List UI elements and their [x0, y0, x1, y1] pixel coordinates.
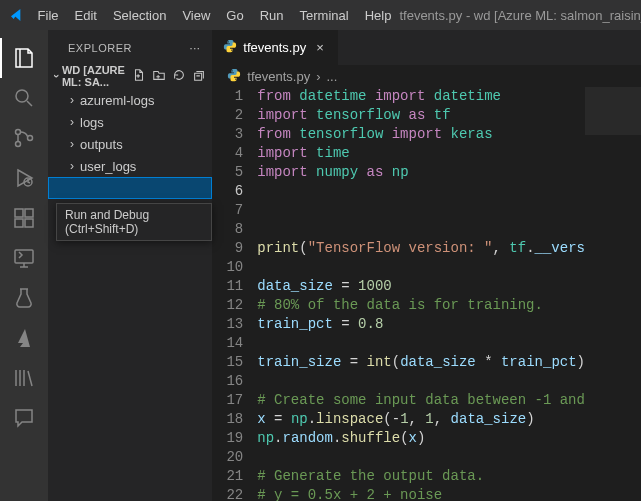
python-file-icon — [223, 39, 237, 56]
minimap[interactable] — [585, 87, 641, 501]
explorer-icon[interactable] — [0, 38, 48, 78]
sidebar-more-icon[interactable]: ··· — [190, 42, 201, 54]
line-number: 1 — [213, 87, 243, 106]
azure-icon[interactable] — [0, 318, 48, 358]
window-title: tfevents.py - wd [Azure ML: salmon_raisi… — [399, 8, 641, 23]
new-folder-icon[interactable] — [152, 68, 166, 84]
svg-rect-5 — [15, 209, 23, 217]
code-line — [257, 220, 585, 239]
extensions-icon[interactable] — [0, 198, 48, 238]
line-number: 2 — [213, 106, 243, 125]
sidebar: EXPLORER ··· › WD [AZURE ML: SA... ›azur… — [48, 30, 213, 501]
line-number: 21 — [213, 467, 243, 486]
refresh-icon[interactable] — [172, 68, 186, 84]
sidebar-section-label: WD [AZURE ML: SA... — [62, 64, 132, 88]
file-tree: ›azureml-logs›logs›outputs›user_logsRun … — [48, 87, 212, 199]
menu-item-file[interactable]: File — [30, 0, 67, 30]
svg-rect-7 — [25, 219, 33, 227]
tree-item[interactable] — [48, 177, 212, 199]
line-number: 6 — [213, 182, 243, 201]
minimap-viewport[interactable] — [585, 87, 641, 135]
tree-item-label: outputs — [80, 137, 123, 152]
collapse-all-icon[interactable] — [192, 68, 206, 84]
svg-rect-9 — [15, 250, 33, 263]
chevron-right-icon: › — [64, 159, 80, 173]
chevron-right-icon: › — [64, 137, 80, 151]
code-line: print("TensorFlow version: ", tf.__vers — [257, 239, 585, 258]
line-number: 5 — [213, 163, 243, 182]
feedback-icon[interactable] — [0, 398, 48, 438]
svg-point-0 — [16, 90, 28, 102]
new-file-icon[interactable] — [132, 68, 146, 84]
tree-item-label: user_logs — [80, 159, 136, 174]
line-number: 12 — [213, 296, 243, 315]
line-number: 19 — [213, 429, 243, 448]
editor-tabs: tfevents.py × — [213, 30, 641, 65]
line-number: 9 — [213, 239, 243, 258]
tree-item[interactable]: ›user_logs — [48, 155, 212, 177]
code-line: import numpy as np — [257, 163, 585, 182]
sidebar-section-header[interactable]: › WD [AZURE ML: SA... — [48, 65, 212, 87]
code-line: from datetime import datetime — [257, 87, 585, 106]
line-number: 20 — [213, 448, 243, 467]
line-number: 13 — [213, 315, 243, 334]
code-line: # 80% of the data is for training. — [257, 296, 585, 315]
code-line — [257, 372, 585, 391]
breadcrumb[interactable]: tfevents.py › ... — [213, 65, 641, 87]
code-line — [257, 448, 585, 467]
menu-item-selection[interactable]: Selection — [105, 0, 174, 30]
tree-item-label: azureml-logs — [80, 93, 154, 108]
tooltip-run-and-debug: Run and Debug (Ctrl+Shift+D) — [56, 203, 212, 241]
line-number: 11 — [213, 277, 243, 296]
close-tab-icon[interactable]: × — [312, 40, 328, 55]
code-editor[interactable]: 12345678910111213141516171819202122 from… — [213, 87, 641, 501]
menu-item-terminal[interactable]: Terminal — [292, 0, 357, 30]
source-control-icon[interactable] — [0, 118, 48, 158]
code-line: x = np.linspace(-1, 1, data_size) — [257, 410, 585, 429]
svg-rect-8 — [25, 209, 33, 217]
code-line — [257, 334, 585, 353]
editor-tab[interactable]: tfevents.py × — [213, 30, 339, 65]
code-line — [257, 182, 585, 201]
line-number: 7 — [213, 201, 243, 220]
svg-rect-6 — [15, 219, 23, 227]
chevron-right-icon: › — [64, 93, 80, 107]
code-line: train_size = int(data_size * train_pct) — [257, 353, 585, 372]
breadcrumb-sep: › — [316, 69, 320, 84]
menu-item-view[interactable]: View — [174, 0, 218, 30]
remote-explorer-icon[interactable] — [0, 238, 48, 278]
breadcrumb-more: ... — [326, 69, 337, 84]
line-number: 10 — [213, 258, 243, 277]
line-number: 18 — [213, 410, 243, 429]
menu-item-help[interactable]: Help — [357, 0, 400, 30]
code-line: import tensorflow as tf — [257, 106, 585, 125]
code-line — [257, 258, 585, 277]
library-icon[interactable] — [0, 358, 48, 398]
code-line — [257, 201, 585, 220]
editor-area: tfevents.py × tfevents.py › ... 12345678… — [213, 30, 641, 501]
line-number: 14 — [213, 334, 243, 353]
sidebar-header-label: EXPLORER — [68, 42, 132, 54]
menu-item-run[interactable]: Run — [252, 0, 292, 30]
code-line: np.random.shuffle(x) — [257, 429, 585, 448]
testing-icon[interactable] — [0, 278, 48, 318]
code-line: data_size = 1000 — [257, 277, 585, 296]
svg-point-1 — [16, 130, 21, 135]
code-line: # Generate the output data. — [257, 467, 585, 486]
tree-item[interactable]: ›outputs — [48, 133, 212, 155]
search-icon[interactable] — [0, 78, 48, 118]
tree-item[interactable]: ›logs — [48, 111, 212, 133]
svg-point-2 — [16, 142, 21, 147]
menu-item-go[interactable]: Go — [218, 0, 251, 30]
line-number: 3 — [213, 125, 243, 144]
activity-bar — [0, 30, 48, 501]
line-number: 8 — [213, 220, 243, 239]
run-debug-icon[interactable] — [0, 158, 48, 198]
line-number: 16 — [213, 372, 243, 391]
menu-item-edit[interactable]: Edit — [67, 0, 105, 30]
menubar: FileEditSelectionViewGoRunTerminalHelp t… — [0, 0, 641, 30]
code-line: train_pct = 0.8 — [257, 315, 585, 334]
code-line: from tensorflow import keras — [257, 125, 585, 144]
sidebar-header: EXPLORER ··· — [48, 30, 212, 65]
tree-item[interactable]: ›azureml-logs — [48, 89, 212, 111]
